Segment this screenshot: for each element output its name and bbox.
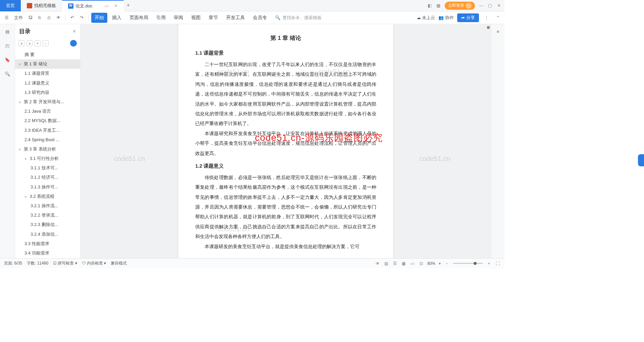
menu-dev-tools[interactable]: 开发工具 [223,13,248,23]
compat-mode[interactable]: 兼容模式 [111,261,127,266]
toc-item[interactable]: ∨ 3.1 可行性分析 [15,154,80,163]
layout-icon[interactable]: ◧ [427,3,432,8]
paragraph: 本课题研究和开发美食烹饪互动平台，让安装在计算机上的该系统变成管理人员的小帮手，… [195,129,376,158]
toc-item[interactable]: 3.1.1 技术可... [15,163,80,173]
collapse-ribbon-icon[interactable]: ⌃ [494,14,502,22]
new-tab-button[interactable]: + [124,2,133,9]
view-web-icon[interactable]: ▦ [401,261,407,266]
toc-item[interactable]: ∨ 第 2 章 开发环境与... [15,97,80,107]
menu-references[interactable]: 引用 [153,13,169,23]
tab-templates[interactable]: 找稻壳模板 [21,0,62,11]
find-icon[interactable]: 🔍 [4,70,11,77]
close-tab-icon[interactable]: ✕ [114,3,118,8]
view-print-icon[interactable]: ▤ [384,261,389,266]
toc-item[interactable]: 3.1.2 经济可... [15,173,80,182]
fullscreen-icon[interactable]: ⛶ [495,261,500,266]
section-1-2-title: 1.2 课题意义 [195,163,376,169]
toc-title: 目录 [19,27,31,35]
toc-item[interactable]: 3.2.3 删除信... [15,220,80,229]
menu-view[interactable]: 视图 [188,13,204,23]
zoom-out-button[interactable]: − [444,261,449,266]
ribbon-toolbar: ☰ 文件 🖫 ⎘ ⎙ 👁 ↶ ↷ 开始 插入 页面布局 引用 审阅 视图 章节 … [0,11,504,24]
menu-icon[interactable]: ☰ [3,14,11,22]
cloud-status[interactable]: ☁ 未上云 [417,15,435,21]
toc-remove[interactable]: − [43,40,49,46]
title-tab-bar: 首页 找稻壳模板 论文.doc ▭ ✕ + ◧ ▦ 立即登录 — ▢ ✕ [0,0,504,11]
menu-member[interactable]: 会员专 [250,13,270,23]
login-button[interactable]: 立即登录 [445,2,475,10]
menu-review[interactable]: 审阅 [170,13,186,23]
collaborate-button[interactable]: 👥 协作 [438,15,454,21]
focus-mode-icon[interactable]: 👁 [375,261,380,266]
toc-collapse-all[interactable]: ∨ [18,40,24,46]
panel-toggle-icon[interactable]: ≡ [495,28,501,35]
bookmark-icon[interactable]: 🔖 [4,56,11,63]
toc-item[interactable]: 3.4 功能需求 [15,248,80,258]
left-sidebar: ▤ ◰ 🔖 🔍 [0,24,15,258]
tab-document[interactable]: 论文.doc ▭ ✕ [62,0,124,11]
document-viewport[interactable]: 第 1 章 绪论 1.1 课题背景 二十一世纪互联网的出现，改变了几千年以来人们… [80,24,491,258]
paragraph: 本课题研发的美食烹饪互动平台，就是提供美食信息处理的解决方案，它可 [195,242,376,251]
toc-close-button[interactable]: ✕ [72,29,76,34]
scroll-indicator[interactable] [487,26,490,29]
zoom-fit-icon[interactable]: ⊡ [419,261,424,266]
zoom-value[interactable]: 80% [427,261,435,266]
view-read-icon[interactable]: ▭ [410,261,415,266]
spell-check[interactable]: ☑ 拼写检查 ▾ [53,261,77,266]
toc-ai-button[interactable] [70,40,77,47]
file-menu[interactable]: 文件 [12,15,25,21]
outline-icon[interactable]: ▤ [4,28,11,35]
save-icon[interactable]: 🖫 [26,14,34,22]
toc-item[interactable]: 2.4 Spring Boot ... [15,135,80,145]
command-search[interactable]: 🔍查找命令、搜索模板 [275,15,322,21]
word-count[interactable]: 字数: 11480 [27,261,48,266]
toc-item[interactable]: 3.2.4 添加信... [15,230,80,239]
tab-home[interactable]: 首页 [0,0,21,11]
menu-insert[interactable]: 插入 [109,13,125,23]
zoom-in-button[interactable]: + [486,261,492,266]
toc-list: 摘 要∨ 第 1 章 绪论1.1 课题背景1.2 课题意义1.3 研究内容∨ 第… [15,48,80,258]
avatar-icon [466,3,472,9]
toc-item[interactable]: 3.2.1 操作流... [15,201,80,211]
toc-item[interactable]: 3.3 性能需求 [15,239,80,248]
toc-item[interactable]: ∨ 第 1 章 绪论 [15,59,80,69]
toc-add[interactable]: + [35,40,41,46]
tab-window-icon[interactable]: ▭ [105,3,109,8]
watermark: code51.cn [419,155,450,163]
apps-icon[interactable]: ▦ [436,3,441,8]
toc-item[interactable]: 摘 要 [15,50,80,59]
content-check[interactable]: 🛡 内容检查 ▾ [82,261,106,266]
search-placeholder: 查找命令、搜索模板 [282,15,322,21]
minimize-button[interactable]: — [479,3,484,8]
toc-item[interactable]: 1.2 课题意义 [15,78,80,88]
toc-item[interactable]: ∨ 第 3 章 系统分析 [15,145,80,154]
zoom-slider[interactable] [453,263,483,264]
close-window-button[interactable]: ✕ [496,3,501,8]
share-button[interactable]: ➦ 分享 [457,13,479,22]
view-outline-icon[interactable]: ☰ [392,261,398,266]
menu-page-layout[interactable]: 页面布局 [126,13,152,23]
toc-item[interactable]: ∨ 第 4 章 系统设计 [15,258,80,258]
toc-item[interactable]: 1.1 课题背景 [15,69,80,78]
main-area: ▤ ◰ 🔖 🔍 目录 ✕ ∨ ∧ + − 摘 要∨ 第 1 章 绪论1.1 课题… [0,24,504,258]
print-icon[interactable]: ⎙ [45,14,53,22]
toc-item[interactable]: 3.1.3 操作可... [15,182,80,192]
menu-chapter[interactable]: 章节 [205,13,221,23]
redo-button[interactable]: ↷ [77,14,86,22]
shape-icon[interactable]: ◰ [4,42,11,49]
toc-item[interactable]: 2.3 IDEA 开发工... [15,126,80,135]
toc-expand-all[interactable]: ∧ [26,40,33,46]
page-indicator[interactable]: 页面: 6/35 [4,261,22,266]
maximize-button[interactable]: ▢ [488,3,492,8]
export-icon[interactable]: ⎘ [36,14,44,22]
toc-item[interactable]: 2.2 MYSQL 数据... [15,116,80,125]
toc-item[interactable]: ∨ 3.2 系统流程 [15,192,80,201]
undo-button[interactable]: ↶ [68,14,76,22]
zoom-thumb[interactable] [474,262,477,265]
toc-item[interactable]: 1.3 研究内容 [15,88,80,97]
preview-icon[interactable]: 👁 [54,14,62,22]
more-icon[interactable]: ⋮ [482,14,490,22]
toc-item[interactable]: 2.1 Java 语言 [15,107,80,116]
toc-item[interactable]: 3.2.2 登录流... [15,211,80,220]
menu-start[interactable]: 开始 [91,13,107,23]
